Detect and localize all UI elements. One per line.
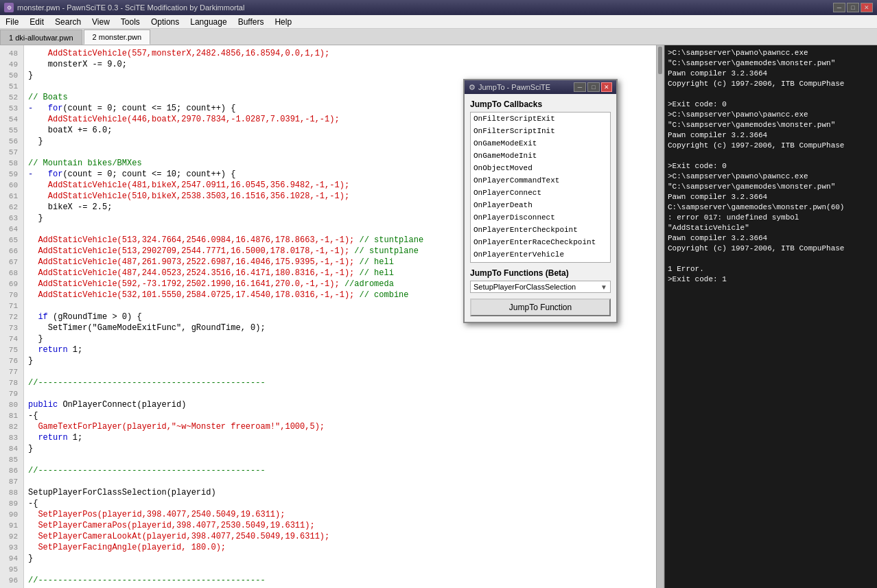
dialog-close-button[interactable]: ✕ (601, 82, 612, 92)
code-line-85[interactable] (28, 454, 652, 465)
minimize-button[interactable]: ─ (833, 3, 845, 12)
menu-item-language[interactable]: Language (185, 15, 232, 28)
code-line-79[interactable] (28, 388, 652, 399)
callback-item-onfilterscriptinit[interactable]: OnFilterScriptInit (471, 125, 610, 137)
callback-item-onplayerenterracecheckpoint[interactable]: OnPlayerEnterRaceCheckpoint (471, 236, 610, 248)
code-line-90[interactable]: SetPlayerPos(playerid,398.4077,2540.5049… (28, 509, 652, 520)
output-line: "C:\sampserver\gamemodes\monster.pwn" (668, 58, 874, 69)
callback-item-onplayerexitvehicle[interactable]: OnPlayerExitVehicle (471, 261, 610, 263)
line-number-65: 65 (3, 235, 21, 246)
output-line: Copyright (c) 1997-2006, ITB CompuPhase (668, 244, 874, 254)
menu-item-help[interactable]: Help (269, 15, 297, 28)
line-number-81: 81 (3, 410, 21, 421)
line-number-73: 73 (3, 322, 21, 333)
close-button[interactable]: ✕ (861, 3, 873, 12)
menu-item-options[interactable]: Options (145, 15, 185, 28)
line-number-93: 93 (3, 542, 21, 553)
code-line-96[interactable]: //--------------------------------------… (28, 575, 652, 586)
code-line-75[interactable]: return 1; (28, 344, 652, 355)
code-line-49[interactable]: monsterX -= 9.0; (28, 59, 652, 70)
code-line-80[interactable]: public OnPlayerConnect(playerid) (28, 399, 652, 410)
callback-item-onplayerdisconnect[interactable]: OnPlayerDisconnect (471, 211, 610, 224)
code-line-87[interactable] (28, 476, 652, 487)
output-panel: >C:\sampserver\pawno\pawncc.exe"C:\samps… (664, 45, 877, 588)
line-number-91: 91 (3, 520, 21, 531)
output-line (668, 151, 874, 161)
callback-item-onplayercommandtext[interactable]: OnPlayerCommandText (471, 174, 610, 187)
output-line: C:\sampserver\gamemodes\monster.pwn(60) (668, 202, 874, 213)
callback-item-onplayerconnect[interactable]: OnPlayerConnect (471, 187, 610, 199)
code-line-89[interactable]: -{ (28, 498, 652, 509)
scrollbar-thumb[interactable] (658, 47, 662, 74)
line-number-85: 85 (3, 454, 21, 465)
menu-item-edit[interactable]: Edit (24, 15, 49, 28)
callback-item-onobjectmoved[interactable]: OnObjectMoved (471, 162, 610, 174)
dialog-minimize-button[interactable]: ─ (574, 82, 586, 92)
menu-item-search[interactable]: Search (49, 15, 86, 28)
code-line-84[interactable]: } (28, 443, 652, 454)
code-line-78[interactable]: //--------------------------------------… (28, 377, 652, 388)
output-line: : error 017: undefined symbol (668, 213, 874, 223)
callback-item-onplayerentercheckpoint[interactable]: OnPlayerEnterCheckpoint (471, 224, 610, 236)
code-line-92[interactable]: SetPlayerCameraLookAt(playerid,398.4077,… (28, 531, 652, 542)
dropdown-arrow-icon: ▼ (600, 283, 607, 291)
line-number-64: 64 (3, 224, 21, 235)
code-line-94[interactable]: } (28, 553, 652, 564)
jumpto-dialog[interactable]: ⚙ JumpTo - PawnSciTE ─ □ ✕ JumpTo Callba… (463, 79, 618, 323)
code-line-74[interactable]: } (28, 333, 652, 344)
jumpto-function-button[interactable]: JumpTo Function (470, 298, 611, 316)
code-line-48[interactable]: AddStaticVehicle(557,monsterX,2482.4856,… (28, 48, 652, 59)
line-number-56: 56 (3, 136, 21, 147)
output-line: >C:\sampserver\pawno\pawncc.exe (668, 48, 874, 58)
dialog-maximize-button[interactable]: □ (587, 82, 600, 92)
menu-item-file[interactable]: File (0, 15, 24, 28)
line-number-75: 75 (3, 344, 21, 355)
callback-item-ongamemodeinit[interactable]: OnGameModeInit (471, 150, 610, 162)
line-number-55: 55 (3, 125, 21, 136)
output-line: Pawn compiler 3.2.3664 (668, 192, 874, 202)
output-line: 1 Error. (668, 264, 874, 274)
code-line-73[interactable]: SetTimer("GameModeExitFunc", gRoundTime,… (28, 322, 652, 333)
output-line (668, 254, 874, 264)
line-number-69: 69 (3, 279, 21, 290)
callback-item-onplayerentervehicle[interactable]: OnPlayerEnterVehicle (471, 248, 610, 261)
code-line-93[interactable]: SetPlayerFacingAngle(playerid, 180.0); (28, 542, 652, 553)
code-line-83[interactable]: return 1; (28, 432, 652, 443)
output-line: >Exit code: 0 (668, 161, 874, 172)
line-number-63: 63 (3, 213, 21, 224)
menu-item-tools[interactable]: Tools (115, 15, 145, 28)
code-line-86[interactable]: //--------------------------------------… (28, 465, 652, 476)
code-line-77[interactable] (28, 366, 652, 377)
line-number-66: 66 (3, 246, 21, 257)
line-numbers: 4849505152535455565758596061626364656667… (0, 45, 24, 588)
dialog-title-text: JumpTo - PawnSciTE (478, 83, 550, 91)
maximize-button[interactable]: □ (847, 3, 859, 12)
line-number-95: 95 (3, 564, 21, 575)
code-line-81[interactable]: -{ (28, 410, 652, 421)
callbacks-listbox[interactable]: OnFilterScriptExitOnFilterScriptInitOnGa… (470, 112, 611, 263)
editor-scrollbar[interactable] (656, 45, 664, 588)
code-line-95[interactable] (28, 564, 652, 575)
dialog-icon: ⚙ (469, 83, 476, 92)
line-number-48: 48 (3, 48, 21, 59)
line-number-92: 92 (3, 531, 21, 542)
callback-item-onplayerdeath[interactable]: OnPlayerDeath (471, 199, 610, 211)
code-line-91[interactable]: SetPlayerCameraPos(playerid,398.4077,253… (28, 520, 652, 531)
code-line-88[interactable]: SetupPlayerForClassSelection(playerid) (28, 487, 652, 498)
line-number-67: 67 (3, 257, 21, 268)
line-number-52: 52 (3, 92, 21, 103)
line-number-78: 78 (3, 377, 21, 388)
menu-item-buffers[interactable]: Buffers (233, 15, 270, 28)
tab-1-dki-alloutwar.pwn[interactable]: 1 dki-alloutwar.pwn (0, 30, 82, 45)
callback-item-onfilterscriptexit[interactable]: OnFilterScriptExit (471, 113, 610, 125)
menu-item-view[interactable]: View (86, 15, 115, 28)
tab-2-monster.pwn[interactable]: 2 monster.pwn (84, 30, 151, 45)
functions-label: JumpTo Functions (Beta) (470, 268, 611, 278)
line-number-87: 87 (3, 476, 21, 487)
line-number-88: 88 (3, 487, 21, 498)
code-line-82[interactable]: GameTextForPlayer(playerid,"~w~Monster f… (28, 421, 652, 432)
callback-item-ongamemodeexit[interactable]: OnGameModeExit (471, 137, 610, 150)
code-line-76[interactable]: } (28, 355, 652, 366)
function-dropdown[interactable]: SetupPlayerForClassSelection ▼ (470, 281, 611, 293)
line-number-94: 94 (3, 553, 21, 564)
